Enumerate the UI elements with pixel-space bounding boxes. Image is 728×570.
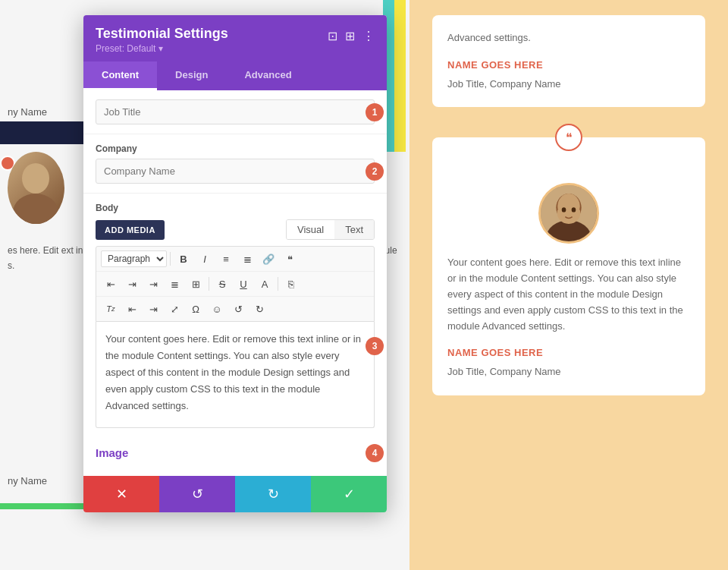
left-company-name: ny Name: [8, 106, 47, 118]
editor-format-bar: Paragraph B I ≡ ≣ 🔗 ❝ ⇤ ⇥ ⇥ ≣ ⊞: [96, 246, 375, 322]
strikethrough-button[interactable]: S: [212, 275, 232, 293]
tab-text[interactable]: Text: [334, 220, 374, 239]
image-section: Image 4: [83, 437, 387, 468]
align-center-button[interactable]: ⇥: [122, 275, 142, 293]
tab-content[interactable]: Content: [83, 61, 157, 90]
yellow-strip: [394, 0, 406, 152]
job-title-section: 1: [83, 90, 387, 134]
undo-button[interactable]: ↺: [159, 476, 235, 512]
table-button[interactable]: ⊞: [186, 275, 206, 293]
tab-design-label: Design: [175, 69, 208, 80]
align-justify-button[interactable]: ≣: [165, 275, 184, 293]
format-row-1: Paragraph B I ≡ ≣ 🔗 ❝: [96, 247, 374, 272]
ordered-list-button[interactable]: ≣: [237, 250, 257, 268]
spacer: [83, 468, 387, 476]
special-char-button[interactable]: Ω: [186, 300, 206, 318]
tab-advanced-label: Advanced: [244, 69, 291, 80]
company-label: Company: [96, 143, 375, 154]
panel-title: Testimonial Settings: [96, 26, 228, 42]
panel-preset[interactable]: Preset: Default ▾: [96, 43, 228, 54]
align-right-button[interactable]: ⇥: [143, 275, 163, 293]
format-divider-1: [170, 252, 171, 266]
more-icon[interactable]: ⋮: [362, 29, 375, 43]
badge-3: 3: [366, 337, 384, 355]
link-button[interactable]: 🔗: [259, 250, 278, 268]
blockquote-button[interactable]: ❝: [280, 250, 300, 268]
editor-content[interactable]: Your content goes here. Edit or remove t…: [96, 322, 375, 428]
save-button[interactable]: ✓: [311, 476, 387, 512]
job-title-input[interactable]: [96, 99, 375, 124]
bold-button[interactable]: B: [174, 250, 193, 268]
svg-point-0: [22, 163, 49, 194]
align-left-button[interactable]: ⇤: [101, 275, 121, 293]
card1-text: Advanced settings.: [447, 30, 690, 46]
action-bar: ✕ ↺ ↻ ✓: [83, 476, 387, 512]
format-row-3: Tz ⇤ ⇥ ⤢ Ω ☺ ↺ ↻: [96, 297, 374, 321]
image-wrapper: Image 4: [96, 446, 375, 459]
fullscreen-button[interactable]: ⤢: [165, 300, 184, 318]
paragraph-select[interactable]: Paragraph: [101, 250, 167, 267]
underline-button[interactable]: U: [234, 275, 253, 293]
indent-left-button[interactable]: ⇤: [122, 300, 142, 318]
right-panel: Advanced settings. NAME GOES HERE Job Ti…: [410, 0, 728, 570]
left-bottom-name: ny Name: [8, 475, 47, 487]
indent-right-button[interactable]: ⇥: [143, 300, 163, 318]
svg-point-7: [572, 208, 576, 213]
format-row-2: ⇤ ⇥ ⇥ ≣ ⊞ S U A ⎘: [96, 272, 374, 297]
panel-header: Testimonial Settings Preset: Default ▾ ⊡…: [83, 15, 387, 61]
company-input[interactable]: [96, 159, 375, 184]
badge-2: 2: [366, 162, 384, 181]
card2-job-company: Job Title, Company Name: [447, 364, 690, 380]
tabs-bar: Content Design Advanced: [83, 61, 387, 90]
cancel-button[interactable]: ✕: [83, 476, 159, 512]
testimonial-card-1: Advanced settings. NAME GOES HERE Job Ti…: [432, 15, 705, 107]
editor-content-wrapper: Your content goes here. Edit or remove t…: [96, 322, 375, 428]
columns-icon[interactable]: ⊞: [345, 29, 355, 43]
visual-text-tabs: Visual Text: [286, 219, 375, 240]
chevron-down-icon: ▾: [158, 43, 163, 54]
tab-advanced[interactable]: Advanced: [226, 61, 309, 90]
panel-body: 1 Company 2 Body ADD MEDIA Visual Text: [83, 90, 387, 476]
badge-4: 4: [366, 444, 384, 462]
body-label: Body: [96, 203, 375, 213]
testimonial-card-2: ❝ Your content goes here. Edit or re: [432, 137, 705, 395]
tab-visual[interactable]: Visual: [287, 220, 334, 239]
avatar: [538, 183, 599, 244]
unordered-list-button[interactable]: ≡: [216, 250, 236, 268]
job-title-wrapper: 1: [96, 99, 375, 124]
card2-text: Your content goes here. Edit or remove t…: [447, 255, 690, 334]
preset-label: Preset: Default: [96, 43, 155, 54]
format-divider-3: [278, 277, 278, 291]
panel-title-block: Testimonial Settings Preset: Default ▾: [96, 26, 228, 54]
editor-toolbar-top: ADD MEDIA Visual Text: [96, 219, 375, 240]
text-color-button[interactable]: A: [255, 275, 275, 293]
quote-icon: ❝: [555, 124, 582, 151]
tab-design[interactable]: Design: [157, 61, 226, 90]
italic-button[interactable]: I: [195, 250, 215, 268]
resize-icon[interactable]: ⊡: [328, 29, 337, 43]
font-format-button[interactable]: Tz: [101, 300, 121, 318]
emoji-button[interactable]: ☺: [207, 300, 227, 318]
left-avatar: [8, 152, 64, 224]
format-divider-2: [209, 277, 209, 291]
body-section: Body ADD MEDIA Visual Text Paragraph B: [83, 194, 387, 437]
redo-editor-button[interactable]: ↻: [249, 300, 269, 318]
card1-name: NAME GOES HERE: [447, 58, 690, 74]
svg-point-1: [13, 194, 58, 224]
svg-point-6: [562, 208, 566, 213]
settings-panel: Testimonial Settings Preset: Default ▾ ⊡…: [83, 15, 387, 512]
avatar-container: [447, 183, 690, 244]
card1-job-company: Job Title, Company Name: [447, 77, 690, 93]
tab-content-label: Content: [102, 69, 139, 80]
image-label[interactable]: Image: [96, 446, 375, 459]
company-section: Company 2: [83, 134, 387, 194]
undo-editor-button[interactable]: ↺: [228, 300, 248, 318]
panel-header-icons: ⊡ ⊞ ⋮: [328, 29, 375, 43]
badge-1: 1: [366, 103, 384, 121]
add-media-button[interactable]: ADD MEDIA: [96, 220, 165, 240]
company-wrapper: 2: [96, 159, 375, 184]
indent-button[interactable]: ⎘: [281, 275, 301, 293]
redo-button[interactable]: ↻: [235, 476, 311, 512]
card2-name: NAME GOES HERE: [447, 345, 690, 361]
